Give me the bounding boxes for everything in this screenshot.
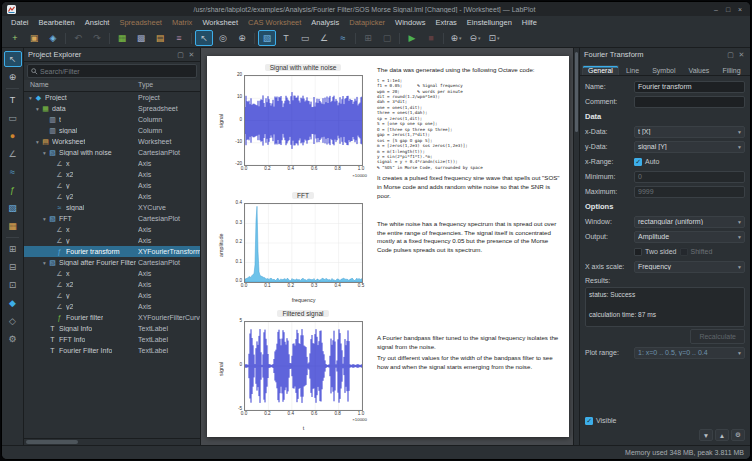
tool-add-text-label-button[interactable]: T: [4, 92, 22, 108]
float-dock-icon[interactable]: ▢: [726, 51, 735, 59]
menu-analysis[interactable]: Analysis: [306, 16, 344, 29]
menu-einstellungen[interactable]: Einstellungen: [462, 16, 517, 29]
expander-icon[interactable]: ▾: [27, 95, 34, 101]
dock-tab-general[interactable]: General: [582, 65, 619, 75]
menu-ansicht[interactable]: Ansicht: [80, 16, 115, 29]
tree-item-signal[interactable]: ▥signalColumn: [24, 125, 200, 136]
window-combobox[interactable]: rectangular (uniform)▼: [634, 216, 745, 228]
tool-add-reference-range-button[interactable]: ◇: [4, 313, 22, 329]
add-curve-button[interactable]: ≈: [334, 30, 352, 46]
menu-worksheet[interactable]: Worksheet: [197, 16, 243, 29]
scrollbar-thumb[interactable]: [26, 440, 78, 444]
zoom-select-mode-button[interactable]: ⊕: [233, 30, 251, 46]
zoom-out-button[interactable]: ⊖▾: [466, 30, 484, 46]
tree-item-signal-after-fourier-filter[interactable]: ▾▧Signal after Fourier FilterCartesianPl…: [24, 257, 200, 268]
plot-area[interactable]: [244, 321, 363, 411]
expander-icon[interactable]: ▾: [34, 106, 41, 112]
search-filter-box[interactable]: [27, 64, 197, 78]
tool-select-button[interactable]: ↖: [4, 51, 22, 67]
tree-item-y[interactable]: ∠yAxis: [24, 290, 200, 301]
new-spreadsheet-button[interactable]: ▦: [113, 30, 131, 46]
tree-item-data[interactable]: ▾▦dataSpreadsheet: [24, 103, 200, 114]
tool-add-curve-button[interactable]: ≈: [4, 164, 22, 180]
tool-vertical-layout-button[interactable]: ⊟: [4, 259, 22, 275]
tree-item-t[interactable]: ▥tColumn: [24, 114, 200, 125]
new-matrix-button[interactable]: ▩: [132, 30, 150, 46]
navigate-mode-button[interactable]: ◎: [214, 30, 232, 46]
column-header-type[interactable]: Type: [138, 81, 153, 88]
add-text-label-button[interactable]: T: [277, 30, 295, 46]
tree-item-x2[interactable]: ∠x2Axis: [24, 279, 200, 290]
x-axis-scale-combobox[interactable]: Frequency▼: [634, 261, 745, 273]
tree-item-signal[interactable]: ≈signalXYCurve: [24, 202, 200, 213]
float-panel-icon[interactable]: ▢: [176, 51, 185, 59]
tree-item-y2[interactable]: ∠y2Axis: [24, 191, 200, 202]
tool-add-custom-point-button[interactable]: ●: [4, 128, 22, 144]
add-plot-button[interactable]: ▧: [258, 30, 276, 46]
new-note-button[interactable]: ≡: [170, 30, 188, 46]
text-label-fft-info[interactable]: The white noise has a frequency spectrum…: [377, 220, 561, 258]
menu-bearbeiten[interactable]: Bearbeiten: [34, 16, 80, 29]
expander-icon[interactable]: ▾: [34, 139, 41, 145]
titlebar[interactable]: /usr/share/labplot2/examples/Analysis/Fo…: [2, 2, 750, 16]
expander-icon[interactable]: ▾: [41, 150, 48, 156]
search-input[interactable]: [40, 68, 193, 75]
template-load-button[interactable]: ▼: [699, 429, 713, 441]
tool-add-info-element-button[interactable]: ◆: [4, 295, 22, 311]
start-presenter-button[interactable]: ▶: [403, 30, 421, 46]
new-worksheet-button[interactable]: ▤: [151, 30, 169, 46]
explorer-horizontal-scrollbar[interactable]: [24, 438, 200, 445]
menu-extras[interactable]: Extras: [431, 16, 462, 29]
select-mode-button[interactable]: ↖: [195, 30, 213, 46]
menu-windows[interactable]: Windows: [390, 16, 430, 29]
tool-add-plot-button[interactable]: ▧: [4, 200, 22, 216]
tool-grid-layout-button[interactable]: ⊡: [4, 277, 22, 293]
menu-hilfe[interactable]: Hilfe: [517, 16, 542, 29]
minimize-button[interactable]: –: [711, 4, 721, 14]
x-data-combobox[interactable]: t [X]▼: [634, 126, 745, 138]
template-save-button[interactable]: ▲: [715, 429, 729, 441]
plot-area[interactable]: [244, 75, 363, 166]
tool-add-image-button[interactable]: ▭: [4, 110, 22, 126]
open-project-button[interactable]: ▣: [25, 30, 43, 46]
text-label-filter-info[interactable]: A Fourier bandpass filter tuned to the s…: [377, 334, 561, 375]
close-dock-icon[interactable]: ✕: [737, 51, 746, 59]
new-project-button[interactable]: +: [6, 30, 24, 46]
tool-zoom-select-button[interactable]: ⊕: [4, 69, 22, 85]
plot-signal-with-white-noise[interactable]: Signal with white noise signal ×10000 20…: [217, 64, 369, 182]
tree-item-worksheet[interactable]: ▾▤WorksheetWorksheet: [24, 136, 200, 147]
dock-tab-values[interactable]: Values: [682, 65, 715, 75]
auto-range-checkbox[interactable]: [634, 158, 642, 166]
zoom-fit-button[interactable]: ⊡▾: [485, 30, 503, 46]
tool-settings-button[interactable]: ⚙: [4, 331, 22, 347]
tree-item-fourier-transform[interactable]: ƒFourier transformXYFourierTransformCurv…: [24, 246, 200, 257]
tree-item-project[interactable]: ▾◆ProjectProject: [24, 92, 200, 103]
dock-tab-line[interactable]: Line: [620, 65, 645, 75]
worksheet-vertical-scrollbar[interactable]: [573, 48, 579, 445]
tree-item-y[interactable]: ∠yAxis: [24, 235, 200, 246]
close-button[interactable]: ×: [735, 4, 745, 14]
tool-horizontal-layout-button[interactable]: ⊞: [4, 241, 22, 257]
expander-icon[interactable]: ▾: [41, 216, 48, 222]
worksheet-page[interactable]: Signal with white noise signal ×10000 20…: [207, 56, 569, 437]
visible-checkbox[interactable]: [585, 417, 593, 425]
tree-item-y[interactable]: ∠yAxis: [24, 180, 200, 191]
tool-add-legend-button[interactable]: ▦: [4, 218, 22, 234]
tree-item-x[interactable]: ∠xAxis: [24, 158, 200, 169]
maximize-button[interactable]: □: [723, 4, 733, 14]
tree-item-x2[interactable]: ∠x2Axis: [24, 169, 200, 180]
plot-area[interactable]: [244, 203, 363, 283]
add-axis-button[interactable]: ∠: [315, 30, 333, 46]
tree-item-fourier-filter[interactable]: ƒFourier filterXYFourierFilterCurve: [24, 312, 200, 323]
tree-item-y2[interactable]: ∠y2Axis: [24, 301, 200, 312]
expander-icon[interactable]: ▾: [41, 260, 48, 266]
template-options-button[interactable]: ⚙: [731, 429, 745, 441]
text-label-signal-info[interactable]: The data was generated using the followi…: [377, 66, 561, 203]
dock-tab-filling[interactable]: Filling: [716, 65, 746, 75]
add-image-button[interactable]: ▭: [296, 30, 314, 46]
output-combobox[interactable]: Amplitude▼: [634, 231, 745, 243]
name-field[interactable]: [634, 81, 745, 93]
comment-field[interactable]: [634, 96, 745, 108]
tree-item-x[interactable]: ∠xAxis: [24, 268, 200, 279]
zoom-in-button[interactable]: ⊕▾: [447, 30, 465, 46]
